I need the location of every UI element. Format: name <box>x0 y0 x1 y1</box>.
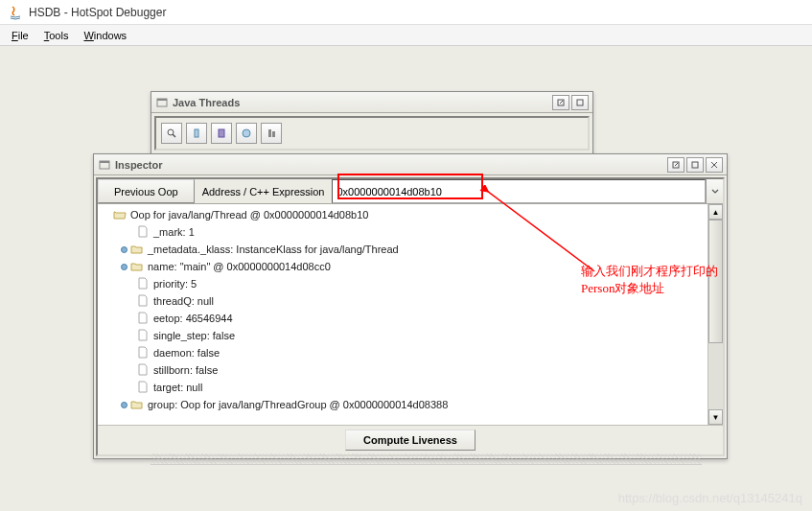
tree-label: stillborn: false <box>153 364 218 376</box>
inspector-toolbar: Previous Oop Address / C++ Expression <box>98 179 723 204</box>
tree-label: daemon: false <box>153 347 220 359</box>
previous-oop-button[interactable]: Previous Oop <box>98 179 195 203</box>
svg-point-9 <box>243 129 250 137</box>
compute-liveness-button[interactable]: Compute Liveness <box>345 430 476 451</box>
svg-line-6 <box>173 134 175 137</box>
tree-label: Oop for java/lang/Thread @ 0x0000000014d… <box>130 209 368 221</box>
svg-rect-4 <box>577 100 583 105</box>
expand-icon[interactable] <box>119 244 128 254</box>
threads-toolbar <box>154 116 590 151</box>
svg-rect-13 <box>100 161 109 163</box>
menu-windows[interactable]: Windows <box>76 28 134 43</box>
file-icon <box>136 225 150 239</box>
svg-rect-16 <box>692 162 698 168</box>
menu-file[interactable]: File <box>4 28 36 43</box>
inspector-titlebar[interactable]: Inspector <box>94 154 727 175</box>
scroll-thumb[interactable] <box>708 220 723 343</box>
inspector-title: Inspector <box>115 159 667 171</box>
maximize-icon[interactable] <box>571 95 589 110</box>
tree-label: group: Oop for java/lang/ThreadGroup @ 0… <box>148 399 448 410</box>
close-icon[interactable] <box>706 157 723 173</box>
threads-title: Java Threads <box>173 97 552 108</box>
java-threads-window[interactable]: Java Threads <box>151 91 593 154</box>
tree-item[interactable]: single_step: false <box>98 327 708 344</box>
file-icon <box>136 312 150 325</box>
monitor-icon[interactable] <box>236 123 257 144</box>
find-icon[interactable] <box>261 123 282 144</box>
svg-line-15 <box>675 163 678 166</box>
folder-icon <box>130 243 144 256</box>
tree-item[interactable]: target: null <box>98 379 708 396</box>
folder-icon <box>130 398 144 411</box>
expression-label: Address / C++ Expression <box>195 179 333 203</box>
tree-item[interactable]: eetop: 46546944 <box>98 310 708 327</box>
tree-item[interactable]: daemon: false <box>98 344 708 361</box>
expression-input[interactable] <box>332 179 706 203</box>
svg-rect-11 <box>272 131 275 137</box>
minimize-icon[interactable] <box>667 157 684 173</box>
tree-label: threadQ: null <box>153 295 214 307</box>
tree-item[interactable]: threadQ: null <box>98 292 708 310</box>
menu-tools[interactable]: Tools <box>36 28 77 43</box>
file-icon <box>136 329 150 342</box>
svg-point-21 <box>121 402 127 407</box>
desktop-pane: Java Threads Inspector <box>0 46 812 511</box>
file-icon <box>136 346 150 360</box>
oop-tree[interactable]: Oop for java/lang/Thread @ 0x0000000014d… <box>98 204 708 425</box>
tree-label: name: "main" @ 0x0000000014d08cc0 <box>148 261 331 272</box>
frame-icon <box>155 96 169 109</box>
svg-rect-7 <box>195 129 198 137</box>
svg-point-19 <box>121 246 127 252</box>
folder-icon <box>130 260 144 273</box>
frame-icon <box>98 158 111 172</box>
tree-label: _metadata._klass: InstanceKlass for java… <box>148 244 399 255</box>
svg-rect-1 <box>157 99 167 101</box>
stack-icon[interactable] <box>186 123 207 144</box>
expand-icon[interactable] <box>119 400 128 409</box>
vertical-scrollbar[interactable]: ▲ ▼ <box>708 204 723 425</box>
window-title: HSDB - HotSpot Debugger <box>29 6 166 19</box>
inspector-window[interactable]: Inspector Previous Oop Address / C++ Exp… <box>93 153 728 459</box>
maximize-icon[interactable] <box>686 157 704 173</box>
tree-item[interactable]: _mark: 1 <box>98 223 708 241</box>
file-icon <box>136 294 150 308</box>
svg-rect-10 <box>268 129 271 137</box>
tree-item[interactable]: name: "main" @ 0x0000000014d08cc0 <box>98 258 708 275</box>
svg-point-20 <box>121 264 127 269</box>
tree-label: single_step: false <box>153 330 235 341</box>
chevron-down-icon[interactable] <box>706 179 723 203</box>
tree-label: priority: 5 <box>153 278 197 290</box>
folder-open-icon <box>113 208 127 221</box>
tree-label: _mark: 1 <box>153 226 195 238</box>
scroll-down-icon[interactable]: ▼ <box>708 409 723 425</box>
minimize-icon[interactable] <box>552 95 569 110</box>
inspect-icon[interactable] <box>161 123 182 144</box>
file-icon <box>136 277 150 290</box>
tree-item[interactable]: group: Oop for java/lang/ThreadGroup @ 0… <box>98 396 708 413</box>
threads-titlebar[interactable]: Java Threads <box>151 92 592 113</box>
shadow <box>151 453 702 465</box>
svg-rect-8 <box>219 129 224 137</box>
expand-icon[interactable] <box>119 262 128 271</box>
scroll-up-icon[interactable]: ▲ <box>708 204 723 220</box>
tree-item[interactable]: _metadata._klass: InstanceKlass for java… <box>98 241 708 258</box>
tree-root[interactable]: Oop for java/lang/Thread @ 0x0000000014d… <box>98 206 708 223</box>
tree-item[interactable]: stillborn: false <box>98 361 708 379</box>
tree-label: target: null <box>153 382 202 393</box>
file-icon <box>136 381 150 394</box>
tree-item[interactable]: priority: 5 <box>98 275 708 292</box>
tree-label: eetop: 46546944 <box>153 313 233 324</box>
memory-icon[interactable] <box>211 123 232 144</box>
file-icon <box>136 363 150 377</box>
menubar: File Tools Windows <box>0 25 812 46</box>
window-titlebar: HSDB - HotSpot Debugger <box>0 0 812 25</box>
scroll-track[interactable] <box>708 220 723 409</box>
svg-line-3 <box>560 101 563 104</box>
java-icon <box>8 5 23 20</box>
